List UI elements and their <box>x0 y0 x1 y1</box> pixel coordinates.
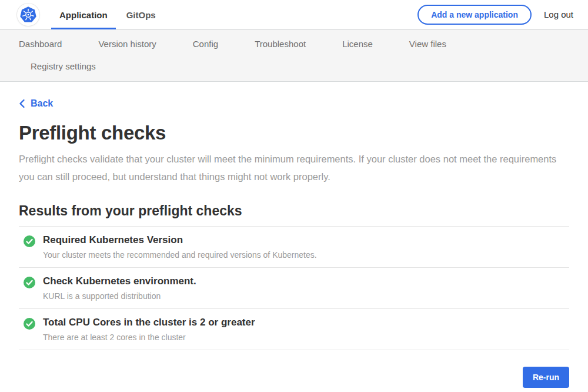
page-footer: Re-run <box>19 350 569 388</box>
results-heading: Results from your preflight checks <box>19 203 569 219</box>
back-link-label: Back <box>31 98 53 109</box>
subnav-item-troubleshoot[interactable]: Troubleshoot <box>255 39 306 49</box>
check-message: There are at least 2 cores in the cluste… <box>43 333 255 342</box>
success-check-icon <box>24 235 35 247</box>
success-check-icon <box>24 318 35 330</box>
check-message: KURL is a supported distribution <box>43 291 196 301</box>
check-message: Your cluster meets the recommended and r… <box>43 250 317 260</box>
subnav-item-license[interactable]: License <box>342 39 373 49</box>
chevron-left-icon <box>19 99 25 108</box>
kubernetes-logo-icon[interactable] <box>17 4 39 26</box>
subnav-item-registry-settings[interactable]: Registry settings <box>31 61 96 71</box>
tab-application[interactable]: Application <box>51 0 116 29</box>
subnav-row-1: Dashboard Version history Config Trouble… <box>0 32 588 55</box>
check-title: Required Kubernetes Version <box>43 234 317 246</box>
app-subnav: Dashboard Version history Config Trouble… <box>0 29 588 82</box>
subnav-item-version-history[interactable]: Version history <box>98 39 156 49</box>
check-text: Total CPU Cores in the cluster is 2 or g… <box>43 317 255 342</box>
success-check-icon <box>24 277 35 288</box>
logout-link[interactable]: Log out <box>544 9 573 19</box>
page-title: Preflight checks <box>19 122 569 144</box>
preflight-results-list: Required Kubernetes Version Your cluster… <box>19 226 569 350</box>
rerun-button[interactable]: Re-run <box>523 367 569 388</box>
check-title: Total CPU Cores in the cluster is 2 or g… <box>43 317 255 328</box>
subnav-item-dashboard[interactable]: Dashboard <box>19 39 62 49</box>
top-navbar: Application GitOps Add a new application… <box>0 0 588 29</box>
navbar-right: Add a new application Log out <box>417 5 573 25</box>
check-title: Check Kubernetes environment. <box>43 275 196 287</box>
check-text: Check Kubernetes environment. KURL is a … <box>43 275 196 301</box>
preflight-check-row: Check Kubernetes environment. KURL is a … <box>19 267 569 308</box>
tab-gitops-label: GitOps <box>126 10 156 20</box>
subnav-item-view-files[interactable]: View files <box>409 39 446 49</box>
add-application-button[interactable]: Add a new application <box>417 5 532 25</box>
subnav-item-config[interactable]: Config <box>193 39 218 49</box>
tab-gitops[interactable]: GitOps <box>118 0 164 29</box>
preflight-check-row: Total CPU Cores in the cluster is 2 or g… <box>19 308 569 350</box>
tab-application-label: Application <box>59 10 108 20</box>
preflight-checks-page: Back Preflight checks Preflight checks v… <box>0 82 588 388</box>
subnav-row-2: Registry settings <box>0 55 588 77</box>
preflight-check-row: Required Kubernetes Version Your cluster… <box>19 226 569 267</box>
check-text: Required Kubernetes Version Your cluster… <box>43 234 317 260</box>
navbar-tabs: Application GitOps <box>51 0 166 29</box>
page-description: Preflight checks validate that your clus… <box>19 150 569 185</box>
back-link[interactable]: Back <box>19 98 53 109</box>
